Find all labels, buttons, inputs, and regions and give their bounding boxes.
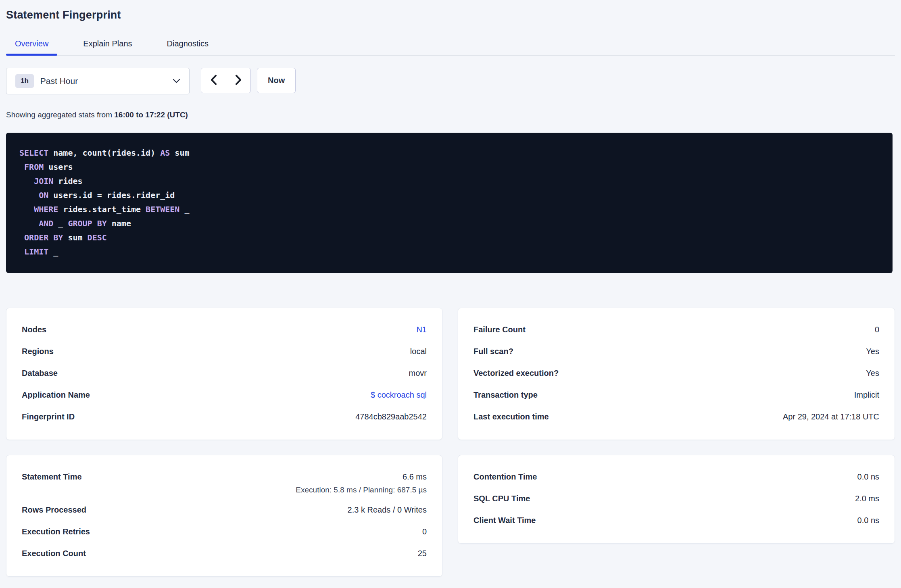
- row-value: Implicit: [854, 390, 879, 400]
- overview-cards-row: NodesN1RegionslocalDatabasemovrApplicati…: [6, 308, 895, 440]
- summary-row: SQL CPU Time2.0 ms: [473, 493, 879, 504]
- row-value: Yes: [866, 368, 879, 378]
- summary-row: Full scan?Yes: [473, 346, 879, 357]
- summary-row: Databasemovr: [22, 368, 427, 378]
- summary-row: Execution Retries0: [22, 526, 427, 537]
- summary-row: Statement Time6.6 ms: [22, 471, 427, 482]
- row-value: 2.0 ms: [855, 493, 879, 504]
- chevron-right-icon: [235, 75, 242, 86]
- row-value: 6.6 ms: [403, 471, 427, 482]
- tab-explain-plans[interactable]: Explain Plans: [74, 39, 141, 55]
- statement-fingerprint-page: Statement Fingerprint Overview Explain P…: [0, 0, 901, 577]
- chevron-left-icon: [211, 75, 217, 86]
- summary-row: Transaction typeImplicit: [473, 390, 879, 400]
- row-label: Client Wait Time: [473, 515, 536, 525]
- row-label: Transaction type: [473, 390, 538, 400]
- sql-statement-text: SELECT name, count(rides.id) AS sum FROM…: [19, 146, 880, 259]
- summary-row: Regionslocal: [22, 346, 427, 357]
- summary-row: Failure Count0: [473, 324, 879, 335]
- wait-timing-card: Contention Time0.0 nsSQL CPU Time2.0 msC…: [458, 455, 895, 544]
- page-title: Statement Fingerprint: [6, 0, 895, 21]
- row-value: movr: [409, 368, 427, 378]
- summary-row: Last execution timeApr 29, 2024 at 17:18…: [473, 411, 879, 422]
- stats-prefix: Showing aggregated stats from: [6, 111, 114, 119]
- row-label: Rows Processed: [22, 505, 86, 515]
- row-value: 25: [418, 548, 427, 559]
- row-label: Vectorized execution?: [473, 368, 559, 378]
- summary-row: Fingerprint ID4784cb829aab2542: [22, 411, 427, 422]
- tab-diagnostics[interactable]: Diagnostics: [158, 39, 217, 55]
- statement-timing-card: Statement Time6.6 msExecution: 5.8 ms / …: [6, 455, 442, 577]
- row-value-link[interactable]: $ cockroach sql: [371, 390, 427, 400]
- row-label: Fingerprint ID: [22, 411, 75, 422]
- row-value: 0.0 ns: [857, 515, 879, 525]
- row-label: Execution Retries: [22, 526, 90, 537]
- time-range-dropdown[interactable]: 1h Past Hour: [6, 68, 190, 94]
- summary-row: Vectorized execution?Yes: [473, 368, 879, 378]
- row-value: local: [410, 346, 427, 357]
- next-time-button[interactable]: [226, 68, 250, 93]
- summary-row: Application Name$ cockroach sql: [22, 390, 427, 400]
- row-label: Regions: [22, 346, 54, 357]
- summary-row: NodesN1: [22, 324, 427, 335]
- row-value: 0.0 ns: [857, 471, 879, 482]
- summary-row: Execution Count25: [22, 548, 427, 559]
- sql-statement-block: SELECT name, count(rides.id) AS sum FROM…: [6, 133, 893, 273]
- previous-time-button[interactable]: [201, 68, 226, 93]
- time-controls: 1h Past Hour Now: [6, 68, 895, 94]
- execution-attributes-card: Failure Count0Full scan?YesVectorized ex…: [458, 308, 895, 440]
- time-step-button-group: [201, 68, 251, 93]
- row-label: SQL CPU Time: [473, 493, 530, 504]
- row-label: Contention Time: [473, 471, 537, 482]
- time-range-label: Past Hour: [40, 76, 78, 86]
- chevron-down-icon: [173, 79, 180, 83]
- summary-row: Contention Time0.0 ns: [473, 471, 879, 482]
- row-value: 0: [422, 526, 427, 537]
- tab-overview[interactable]: Overview: [6, 39, 57, 55]
- statement-details-card: NodesN1RegionslocalDatabasemovrApplicati…: [6, 308, 442, 440]
- tab-bar: Overview Explain Plans Diagnostics: [6, 39, 895, 56]
- row-value: Yes: [866, 346, 879, 357]
- row-label: Database: [22, 368, 58, 378]
- row-value: 0: [875, 324, 879, 335]
- stats-time-range: 16:00 to 17:22 (UTC): [114, 111, 188, 119]
- row-label: Full scan?: [473, 346, 513, 357]
- row-label: Last execution time: [473, 411, 549, 422]
- row-value-link[interactable]: N1: [416, 324, 427, 335]
- row-label: Failure Count: [473, 324, 526, 335]
- row-label: Execution Count: [22, 548, 86, 559]
- row-label: Nodes: [22, 324, 46, 335]
- row-label: Statement Time: [22, 471, 82, 482]
- row-value: 2.3 k Reads / 0 Writes: [348, 505, 427, 515]
- time-range-badge: 1h: [15, 74, 34, 88]
- aggregated-stats-summary: Showing aggregated stats from 16:00 to 1…: [6, 111, 895, 119]
- row-value: Apr 29, 2024 at 17:18 UTC: [783, 411, 879, 422]
- row-label: Application Name: [22, 390, 90, 400]
- summary-row: Rows Processed2.3 k Reads / 0 Writes: [22, 505, 427, 515]
- timing-cards-row: Statement Time6.6 msExecution: 5.8 ms / …: [6, 455, 895, 577]
- row-subvalue: Execution: 5.8 ms / Planning: 687.5 µs: [22, 485, 427, 495]
- row-value: 4784cb829aab2542: [355, 411, 427, 422]
- summary-row: Client Wait Time0.0 ns: [473, 515, 879, 525]
- now-button[interactable]: Now: [257, 68, 296, 93]
